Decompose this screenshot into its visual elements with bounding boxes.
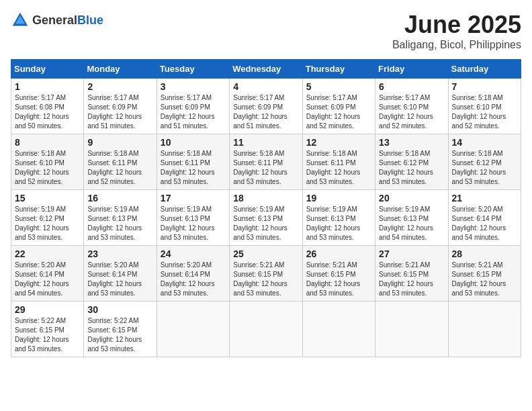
calendar-cell: 30Sunrise: 5:22 AM Sunset: 6:15 PM Dayli… [84, 302, 157, 357]
weekday-header-sunday: Sunday [11, 60, 84, 79]
day-number: 18 [233, 193, 298, 203]
day-number: 11 [233, 137, 298, 148]
day-info: Sunrise: 5:17 AM Sunset: 6:09 PM Dayligh… [233, 93, 298, 131]
general-blue-icon [11, 11, 30, 30]
day-info: Sunrise: 5:18 AM Sunset: 6:10 PM Dayligh… [15, 149, 80, 187]
calendar-title-area: June 2025 Baligang, Bicol, Philippines [392, 11, 521, 51]
weekday-header-saturday: Saturday [448, 60, 521, 79]
day-number: 23 [87, 248, 152, 259]
calendar-week-row: 1Sunrise: 5:17 AM Sunset: 6:08 PM Daylig… [11, 79, 521, 134]
day-info: Sunrise: 5:18 AM Sunset: 6:11 PM Dayligh… [306, 149, 371, 187]
day-info: Sunrise: 5:21 AM Sunset: 6:15 PM Dayligh… [379, 261, 444, 298]
calendar-week-row: 8Sunrise: 5:18 AM Sunset: 6:10 PM Daylig… [11, 134, 521, 190]
calendar-cell: 19Sunrise: 5:19 AM Sunset: 6:13 PM Dayli… [302, 190, 375, 246]
calendar-cell [230, 302, 302, 357]
day-number: 19 [306, 193, 371, 203]
calendar-cell: 29Sunrise: 5:22 AM Sunset: 6:15 PM Dayli… [11, 302, 84, 357]
day-info: Sunrise: 5:22 AM Sunset: 6:15 PM Dayligh… [15, 316, 80, 354]
calendar-cell: 10Sunrise: 5:18 AM Sunset: 6:11 PM Dayli… [157, 134, 229, 190]
weekday-header-wednesday: Wednesday [230, 60, 302, 79]
day-info: Sunrise: 5:20 AM Sunset: 6:14 PM Dayligh… [452, 205, 517, 242]
day-info: Sunrise: 5:20 AM Sunset: 6:14 PM Dayligh… [15, 261, 80, 298]
calendar-cell: 12Sunrise: 5:18 AM Sunset: 6:11 PM Dayli… [302, 134, 375, 190]
logo-container: GeneralBlue [11, 11, 103, 30]
day-number: 4 [233, 81, 298, 92]
day-number: 16 [87, 193, 152, 203]
day-info: Sunrise: 5:17 AM Sunset: 6:10 PM Dayligh… [379, 93, 444, 131]
day-number: 30 [87, 304, 152, 315]
day-number: 5 [306, 81, 371, 92]
page-header: GeneralBlue June 2025 Baligang, Bicol, P… [11, 11, 521, 51]
calendar-cell: 16Sunrise: 5:19 AM Sunset: 6:13 PM Dayli… [84, 190, 157, 246]
calendar-cell: 3Sunrise: 5:17 AM Sunset: 6:09 PM Daylig… [157, 79, 229, 134]
day-info: Sunrise: 5:17 AM Sunset: 6:09 PM Dayligh… [161, 93, 226, 131]
day-number: 1 [15, 81, 80, 92]
calendar-cell: 7Sunrise: 5:18 AM Sunset: 6:10 PM Daylig… [448, 79, 521, 134]
location-title: Baligang, Bicol, Philippines [392, 39, 521, 51]
calendar-cell: 14Sunrise: 5:18 AM Sunset: 6:12 PM Dayli… [448, 134, 521, 190]
weekday-header-row: SundayMondayTuesdayWednesdayThursdayFrid… [11, 60, 521, 79]
day-info: Sunrise: 5:19 AM Sunset: 6:13 PM Dayligh… [379, 205, 444, 242]
day-number: 3 [161, 81, 226, 92]
day-info: Sunrise: 5:17 AM Sunset: 6:09 PM Dayligh… [306, 93, 371, 131]
calendar-week-row: 15Sunrise: 5:19 AM Sunset: 6:12 PM Dayli… [11, 190, 521, 246]
day-info: Sunrise: 5:19 AM Sunset: 6:13 PM Dayligh… [161, 205, 226, 242]
logo-text: GeneralBlue [32, 13, 103, 28]
day-number: 12 [306, 137, 371, 148]
day-number: 6 [379, 81, 444, 92]
calendar-cell: 13Sunrise: 5:18 AM Sunset: 6:12 PM Dayli… [375, 134, 448, 190]
day-number: 25 [233, 248, 298, 259]
day-number: 14 [452, 137, 517, 148]
calendar-cell: 9Sunrise: 5:18 AM Sunset: 6:11 PM Daylig… [84, 134, 157, 190]
calendar-cell: 24Sunrise: 5:20 AM Sunset: 6:14 PM Dayli… [157, 246, 229, 302]
calendar-cell: 20Sunrise: 5:19 AM Sunset: 6:13 PM Dayli… [375, 190, 448, 246]
calendar-cell: 15Sunrise: 5:19 AM Sunset: 6:12 PM Dayli… [11, 190, 84, 246]
calendar-cell [302, 302, 375, 357]
calendar-cell: 26Sunrise: 5:21 AM Sunset: 6:15 PM Dayli… [302, 246, 375, 302]
calendar-cell: 1Sunrise: 5:17 AM Sunset: 6:08 PM Daylig… [11, 79, 84, 134]
day-info: Sunrise: 5:18 AM Sunset: 6:12 PM Dayligh… [452, 149, 517, 187]
day-info: Sunrise: 5:20 AM Sunset: 6:14 PM Dayligh… [87, 261, 152, 298]
calendar-header: SundayMondayTuesdayWednesdayThursdayFrid… [11, 60, 521, 79]
calendar-cell: 25Sunrise: 5:21 AM Sunset: 6:15 PM Dayli… [230, 246, 302, 302]
day-info: Sunrise: 5:18 AM Sunset: 6:10 PM Dayligh… [452, 93, 517, 131]
day-info: Sunrise: 5:19 AM Sunset: 6:13 PM Dayligh… [87, 205, 152, 242]
day-info: Sunrise: 5:21 AM Sunset: 6:15 PM Dayligh… [452, 261, 517, 298]
calendar-week-row: 29Sunrise: 5:22 AM Sunset: 6:15 PM Dayli… [11, 302, 521, 357]
day-number: 8 [15, 137, 80, 148]
day-number: 17 [161, 193, 226, 203]
day-info: Sunrise: 5:19 AM Sunset: 6:13 PM Dayligh… [233, 205, 298, 242]
weekday-header-tuesday: Tuesday [157, 60, 229, 79]
day-number: 20 [379, 193, 444, 203]
day-info: Sunrise: 5:18 AM Sunset: 6:11 PM Dayligh… [87, 149, 152, 187]
day-info: Sunrise: 5:18 AM Sunset: 6:12 PM Dayligh… [379, 149, 444, 187]
day-number: 7 [452, 81, 517, 92]
day-info: Sunrise: 5:18 AM Sunset: 6:11 PM Dayligh… [161, 149, 226, 187]
month-title: June 2025 [392, 11, 521, 39]
day-number: 26 [306, 248, 371, 259]
calendar-cell [157, 302, 229, 357]
day-number: 28 [452, 248, 517, 259]
calendar-week-row: 22Sunrise: 5:20 AM Sunset: 6:14 PM Dayli… [11, 246, 521, 302]
day-number: 24 [161, 248, 226, 259]
day-info: Sunrise: 5:21 AM Sunset: 6:15 PM Dayligh… [233, 261, 298, 298]
calendar-cell: 18Sunrise: 5:19 AM Sunset: 6:13 PM Dayli… [230, 190, 302, 246]
calendar-cell: 5Sunrise: 5:17 AM Sunset: 6:09 PM Daylig… [302, 79, 375, 134]
logo: GeneralBlue [11, 11, 103, 30]
day-number: 15 [15, 193, 80, 203]
day-info: Sunrise: 5:22 AM Sunset: 6:15 PM Dayligh… [87, 316, 152, 354]
day-info: Sunrise: 5:18 AM Sunset: 6:11 PM Dayligh… [233, 149, 298, 187]
calendar-cell: 21Sunrise: 5:20 AM Sunset: 6:14 PM Dayli… [448, 190, 521, 246]
day-number: 13 [379, 137, 444, 148]
calendar-cell [375, 302, 448, 357]
weekday-header-friday: Friday [375, 60, 448, 79]
day-info: Sunrise: 5:19 AM Sunset: 6:13 PM Dayligh… [306, 205, 371, 242]
calendar-body: 1Sunrise: 5:17 AM Sunset: 6:08 PM Daylig… [11, 79, 521, 357]
day-info: Sunrise: 5:20 AM Sunset: 6:14 PM Dayligh… [161, 261, 226, 298]
calendar-cell: 17Sunrise: 5:19 AM Sunset: 6:13 PM Dayli… [157, 190, 229, 246]
calendar-cell: 22Sunrise: 5:20 AM Sunset: 6:14 PM Dayli… [11, 246, 84, 302]
calendar-cell: 27Sunrise: 5:21 AM Sunset: 6:15 PM Dayli… [375, 246, 448, 302]
calendar-table: SundayMondayTuesdayWednesdayThursdayFrid… [11, 59, 521, 357]
calendar-cell: 23Sunrise: 5:20 AM Sunset: 6:14 PM Dayli… [84, 246, 157, 302]
day-info: Sunrise: 5:17 AM Sunset: 6:09 PM Dayligh… [87, 93, 152, 131]
